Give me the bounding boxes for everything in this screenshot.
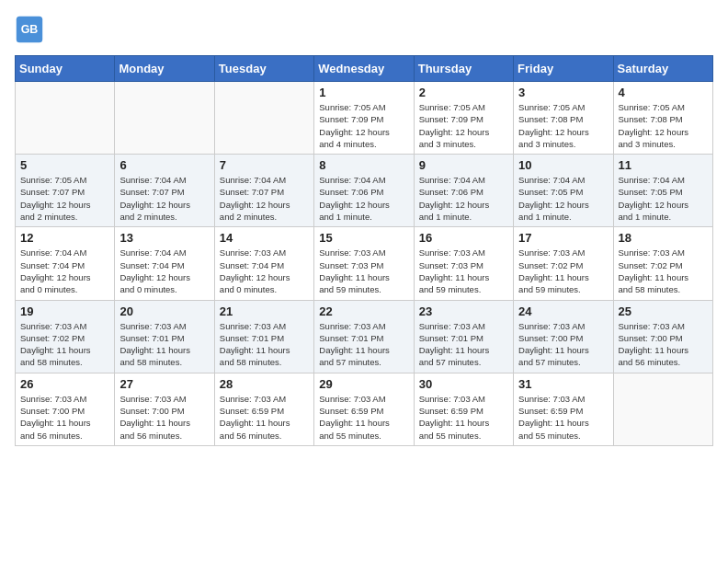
calendar-cell: 2Sunrise: 7:05 AM Sunset: 7:09 PM Daylig… <box>414 82 513 155</box>
calendar-cell: 24Sunrise: 7:03 AM Sunset: 7:00 PM Dayli… <box>514 300 613 373</box>
calendar-cell: 13Sunrise: 7:04 AM Sunset: 7:04 PM Dayli… <box>115 227 214 300</box>
day-number: 22 <box>319 304 408 318</box>
calendar-cell: 7Sunrise: 7:04 AM Sunset: 7:07 PM Daylig… <box>214 155 313 227</box>
week-row-4: 19Sunrise: 7:03 AM Sunset: 7:02 PM Dayli… <box>16 300 713 373</box>
day-number: 31 <box>518 377 608 391</box>
day-info: Sunrise: 7:03 AM Sunset: 7:00 PM Dayligh… <box>20 393 109 442</box>
day-number: 26 <box>20 377 109 391</box>
calendar-cell <box>613 373 712 445</box>
day-number: 5 <box>20 158 109 172</box>
calendar-cell: 14Sunrise: 7:03 AM Sunset: 7:04 PM Dayli… <box>214 227 313 300</box>
day-number: 15 <box>319 231 408 245</box>
calendar-cell: 8Sunrise: 7:04 AM Sunset: 7:06 PM Daylig… <box>314 155 414 227</box>
day-number: 16 <box>419 231 508 245</box>
day-header-thursday: Thursday <box>414 56 513 82</box>
calendar-table: SundayMondayTuesdayWednesdayThursdayFrid… <box>15 55 713 446</box>
calendar-cell: 26Sunrise: 7:03 AM Sunset: 7:00 PM Dayli… <box>16 373 115 445</box>
page-header: GB <box>15 15 713 44</box>
day-number: 30 <box>419 377 508 391</box>
day-header-monday: Monday <box>115 56 214 82</box>
week-row-2: 5Sunrise: 7:05 AM Sunset: 7:07 PM Daylig… <box>16 155 713 227</box>
day-info: Sunrise: 7:03 AM Sunset: 7:01 PM Dayligh… <box>220 320 309 369</box>
calendar-cell: 10Sunrise: 7:04 AM Sunset: 7:05 PM Dayli… <box>514 155 613 227</box>
day-info: Sunrise: 7:03 AM Sunset: 7:00 PM Dayligh… <box>518 320 608 369</box>
day-info: Sunrise: 7:03 AM Sunset: 7:03 PM Dayligh… <box>419 247 508 295</box>
day-info: Sunrise: 7:03 AM Sunset: 7:02 PM Dayligh… <box>619 247 708 295</box>
day-info: Sunrise: 7:03 AM Sunset: 7:01 PM Dayligh… <box>419 320 508 369</box>
day-header-saturday: Saturday <box>613 56 712 82</box>
calendar-cell: 15Sunrise: 7:03 AM Sunset: 7:03 PM Dayli… <box>314 227 414 300</box>
day-info: Sunrise: 7:05 AM Sunset: 7:07 PM Dayligh… <box>20 174 109 223</box>
day-info: Sunrise: 7:03 AM Sunset: 6:59 PM Dayligh… <box>518 393 608 442</box>
day-number: 2 <box>419 86 508 99</box>
day-header-wednesday: Wednesday <box>314 56 414 82</box>
logo-icon: GB <box>15 15 44 44</box>
day-info: Sunrise: 7:05 AM Sunset: 7:08 PM Dayligh… <box>619 101 708 150</box>
calendar-cell: 19Sunrise: 7:03 AM Sunset: 7:02 PM Dayli… <box>16 300 115 373</box>
day-info: Sunrise: 7:04 AM Sunset: 7:06 PM Dayligh… <box>319 174 408 223</box>
week-row-1: 1Sunrise: 7:05 AM Sunset: 7:09 PM Daylig… <box>16 82 713 155</box>
day-info: Sunrise: 7:03 AM Sunset: 7:04 PM Dayligh… <box>220 247 309 295</box>
day-info: Sunrise: 7:03 AM Sunset: 7:02 PM Dayligh… <box>518 247 608 295</box>
calendar-cell <box>16 82 115 155</box>
calendar-cell: 17Sunrise: 7:03 AM Sunset: 7:02 PM Dayli… <box>514 227 613 300</box>
day-number: 21 <box>220 304 309 318</box>
calendar-cell: 23Sunrise: 7:03 AM Sunset: 7:01 PM Dayli… <box>414 300 513 373</box>
day-number: 18 <box>619 231 708 245</box>
calendar-cell <box>115 82 214 155</box>
calendar-cell: 27Sunrise: 7:03 AM Sunset: 7:00 PM Dayli… <box>115 373 214 445</box>
day-number: 4 <box>619 86 708 99</box>
calendar-cell: 4Sunrise: 7:05 AM Sunset: 7:08 PM Daylig… <box>613 82 712 155</box>
logo: GB <box>15 15 48 44</box>
day-info: Sunrise: 7:04 AM Sunset: 7:04 PM Dayligh… <box>20 247 109 295</box>
day-number: 7 <box>220 158 309 172</box>
day-info: Sunrise: 7:03 AM Sunset: 7:03 PM Dayligh… <box>319 247 408 295</box>
day-info: Sunrise: 7:04 AM Sunset: 7:04 PM Dayligh… <box>119 247 209 295</box>
day-number: 24 <box>518 304 608 318</box>
calendar-cell <box>214 82 313 155</box>
day-info: Sunrise: 7:03 AM Sunset: 7:00 PM Dayligh… <box>119 393 209 442</box>
day-number: 29 <box>319 377 408 391</box>
day-header-sunday: Sunday <box>16 56 115 82</box>
day-info: Sunrise: 7:04 AM Sunset: 7:05 PM Dayligh… <box>518 174 608 223</box>
calendar-cell: 25Sunrise: 7:03 AM Sunset: 7:00 PM Dayli… <box>613 300 712 373</box>
week-row-5: 26Sunrise: 7:03 AM Sunset: 7:00 PM Dayli… <box>16 373 713 445</box>
calendar-cell: 16Sunrise: 7:03 AM Sunset: 7:03 PM Dayli… <box>414 227 513 300</box>
day-info: Sunrise: 7:04 AM Sunset: 7:05 PM Dayligh… <box>619 174 708 223</box>
day-number: 27 <box>119 377 209 391</box>
day-info: Sunrise: 7:04 AM Sunset: 7:06 PM Dayligh… <box>419 174 508 223</box>
calendar-cell: 3Sunrise: 7:05 AM Sunset: 7:08 PM Daylig… <box>514 82 613 155</box>
day-info: Sunrise: 7:05 AM Sunset: 7:09 PM Dayligh… <box>319 101 408 150</box>
day-info: Sunrise: 7:03 AM Sunset: 6:59 PM Dayligh… <box>419 393 508 442</box>
calendar-cell: 1Sunrise: 7:05 AM Sunset: 7:09 PM Daylig… <box>314 82 414 155</box>
calendar-cell: 20Sunrise: 7:03 AM Sunset: 7:01 PM Dayli… <box>115 300 214 373</box>
day-header-tuesday: Tuesday <box>214 56 313 82</box>
day-info: Sunrise: 7:03 AM Sunset: 7:00 PM Dayligh… <box>619 320 708 369</box>
day-info: Sunrise: 7:03 AM Sunset: 6:59 PM Dayligh… <box>319 393 408 442</box>
day-number: 28 <box>220 377 309 391</box>
calendar-cell: 5Sunrise: 7:05 AM Sunset: 7:07 PM Daylig… <box>16 155 115 227</box>
day-info: Sunrise: 7:03 AM Sunset: 7:01 PM Dayligh… <box>119 320 209 369</box>
day-info: Sunrise: 7:03 AM Sunset: 7:01 PM Dayligh… <box>319 320 408 369</box>
day-number: 6 <box>119 158 209 172</box>
day-number: 19 <box>20 304 109 318</box>
calendar-cell: 31Sunrise: 7:03 AM Sunset: 6:59 PM Dayli… <box>514 373 613 445</box>
day-info: Sunrise: 7:03 AM Sunset: 6:59 PM Dayligh… <box>220 393 309 442</box>
calendar-cell: 12Sunrise: 7:04 AM Sunset: 7:04 PM Dayli… <box>16 227 115 300</box>
calendar-cell: 18Sunrise: 7:03 AM Sunset: 7:02 PM Dayli… <box>613 227 712 300</box>
day-number: 11 <box>619 158 708 172</box>
day-number: 1 <box>319 86 408 99</box>
day-number: 13 <box>119 231 209 245</box>
calendar-cell: 9Sunrise: 7:04 AM Sunset: 7:06 PM Daylig… <box>414 155 513 227</box>
calendar-cell: 11Sunrise: 7:04 AM Sunset: 7:05 PM Dayli… <box>613 155 712 227</box>
day-number: 14 <box>220 231 309 245</box>
calendar-cell: 30Sunrise: 7:03 AM Sunset: 6:59 PM Dayli… <box>414 373 513 445</box>
day-number: 12 <box>20 231 109 245</box>
day-header-friday: Friday <box>514 56 613 82</box>
day-info: Sunrise: 7:03 AM Sunset: 7:02 PM Dayligh… <box>20 320 109 369</box>
calendar-cell: 28Sunrise: 7:03 AM Sunset: 6:59 PM Dayli… <box>214 373 313 445</box>
day-number: 25 <box>619 304 708 318</box>
day-number: 8 <box>319 158 408 172</box>
calendar-cell: 6Sunrise: 7:04 AM Sunset: 7:07 PM Daylig… <box>115 155 214 227</box>
calendar-cell: 21Sunrise: 7:03 AM Sunset: 7:01 PM Dayli… <box>214 300 313 373</box>
